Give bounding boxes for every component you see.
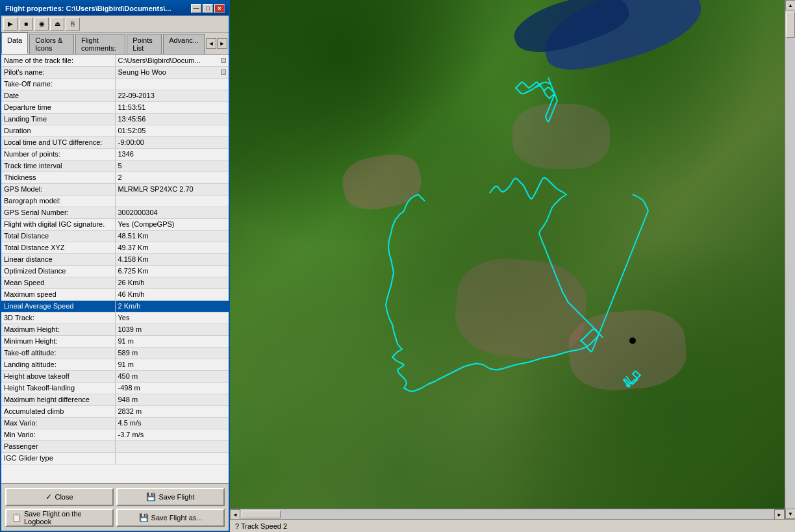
table-row: Optimized Distance6.725 Km [1,265,229,277]
scrollbar-track-v[interactable] [785,10,795,509]
tab-advanced[interactable]: Advanc... [163,34,205,54]
field-value: 2 Km/h [115,300,229,312]
field-label: Landing altitude: [1,359,115,370]
field-label: Date [1,90,115,101]
field-label: Thickness [1,171,115,183]
flight-track-southeast [624,372,640,387]
scrollbar-down-button[interactable]: ▼ [785,509,795,519]
table-row: Total Distance XYZ49.37 Km [1,242,229,253]
field-label: Minimum Height: [1,335,115,347]
field-value: -3.7 m/s [115,429,229,440]
scroll-indicator[interactable] [221,70,226,75]
map-scrollbar-vertical[interactable]: ▲ ▼ [785,0,795,519]
field-value: 01:52:05 [115,125,229,136]
close-window-button[interactable]: × [214,4,225,13]
scrollbar-track-h[interactable] [240,509,774,519]
field-value[interactable]: Seung Ho Woo [115,66,229,78]
table-row: Duration01:52:05 [1,125,229,136]
scroll-indicator[interactable] [221,58,226,63]
field-value: 6.725 Km [115,265,229,277]
tab-arrow-left[interactable]: ◄ [206,38,216,49]
field-label: Maximum Height: [1,323,115,335]
field-label: Duration [1,125,115,136]
field-value-text: C:\Users\Bigbird\Docum... [118,57,201,64]
field-value: 49.37 Km [115,242,229,253]
field-value[interactable]: C:\Users\Bigbird\Docum... [115,55,229,66]
field-value: 3002000304 [115,207,229,218]
toolbar-extra-button[interactable]: ⎘ [66,18,80,31]
save-flight-as-button[interactable]: 💾 Save Flight as... [116,509,225,527]
tab-flight-comments[interactable]: Flight comments: [75,34,125,54]
tab-arrow-right[interactable]: ► [217,38,227,49]
field-label: Height above takeoff [1,370,115,382]
field-value: 2 [115,171,229,183]
minimize-button[interactable]: — [191,4,201,13]
map-scrollbar-horizontal[interactable]: ◄ ► [230,509,785,519]
field-value: 11:53:51 [115,101,229,113]
tab-data[interactable]: Data [1,32,28,54]
flight-properties-window: Flight properties: C:\Users\Bigbird\Docu… [0,0,230,532]
scrollbar-thumb-v[interactable] [786,12,795,38]
close-label: Close [55,493,73,501]
field-value: 1039 m [115,323,229,335]
floppy-icon: 💾 [146,492,156,501]
field-label: 3D Track: [1,312,115,323]
map-area[interactable]: ▲ ▼ [230,0,795,519]
save-flight-label: Save Flight [158,493,194,501]
field-value [115,440,229,452]
table-row: Thickness2 [1,171,229,183]
field-value [115,452,229,464]
scrollbar-up-button[interactable]: ▲ [785,0,795,10]
scrollbar-thumb-h[interactable] [242,511,281,518]
save-flight-logbook-button[interactable]: 📋 Save Flight on the Logbook [5,509,114,527]
content-area[interactable]: Name of the track file:C:\Users\Bigbird\… [1,55,229,483]
field-value: -498 m [115,382,229,394]
toolbar: ▶ ■ ◉ ⏏ ⎘ [1,16,229,32]
toolbar-eject-button[interactable]: ⏏ [50,18,64,31]
field-value: 5 [115,160,229,171]
field-label: Maximum speed [1,288,115,300]
table-row: Linear distance4.158 Km [1,253,229,265]
field-label: Accumulated climb [1,405,115,417]
field-label: Flight with digital IGC signature. [1,218,115,230]
table-row: Max Vario:4.5 m/s [1,417,229,429]
field-value: 26 Km/h [115,277,229,288]
save-flight-button[interactable]: 💾 Save Flight [116,488,225,506]
table-row: Maximum Height:1039 m [1,323,229,335]
field-value: -9:00:00 [115,136,229,148]
flight-track-north [516,78,557,122]
title-bar-controls: — □ × [191,4,225,13]
table-row: Maximum height difference948 m [1,394,229,405]
table-row: Number of points:1346 [1,148,229,160]
field-value: Yes [115,312,229,323]
flight-track-east [581,195,648,352]
toolbar-play-button[interactable]: ▶ [3,18,18,31]
tab-points-list[interactable]: Points List [127,34,162,54]
field-label: Total Distance [1,230,115,242]
toolbar-stop-button[interactable]: ■ [19,18,33,31]
save-flight-as-label: Save Flight as... [151,514,203,522]
field-label: Passenger [1,440,115,452]
flight-track-svg [230,0,795,519]
table-row: Lineal Average Speed2 Km/h [1,300,229,312]
toolbar-record-button[interactable]: ◉ [34,18,49,31]
field-label: Height Takeoff-landing [1,382,115,394]
close-button[interactable]: ✓ Close [5,488,114,506]
save-as-icon: 💾 [139,513,149,522]
save-flight-logbook-label: Save Flight on the Logbook [24,510,107,526]
field-label: Optimized Distance [1,265,115,277]
table-row: Height Takeoff-landing-498 m [1,382,229,394]
field-label: Take-off altitude: [1,347,115,359]
scrollbar-right-button[interactable]: ► [774,509,785,520]
field-value: 13:45:56 [115,113,229,125]
table-row: Accumulated climb2832 m [1,405,229,417]
field-label: Total Distance XYZ [1,242,115,253]
field-value [115,195,229,207]
field-label: Number of points: [1,148,115,160]
table-row: Mean Speed26 Km/h [1,277,229,288]
table-row: Departure time11:53:51 [1,101,229,113]
restore-button[interactable]: □ [203,4,213,13]
scrollbar-left-button[interactable]: ◄ [230,509,240,520]
table-row: Flight with digital IGC signature.Yes (C… [1,218,229,230]
tab-colors-icons[interactable]: Colors & Icons [29,34,74,54]
